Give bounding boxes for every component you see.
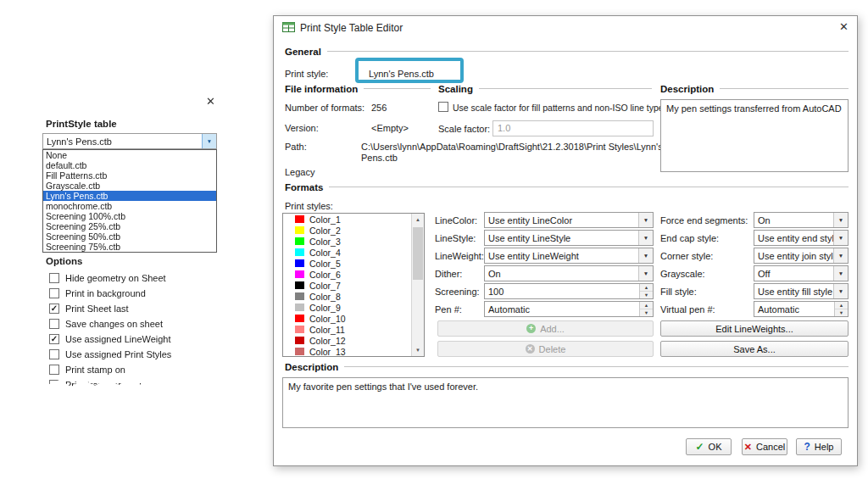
- section-file-information: File information: [285, 84, 431, 94]
- spin-up-icon[interactable]: ▲: [835, 302, 848, 309]
- add-button[interactable]: + Add...: [437, 320, 654, 337]
- checkbox-print-transparency[interactable]: [49, 380, 59, 390]
- chevron-down-icon[interactable]: ▼: [833, 266, 848, 281]
- printstyle-table-combobox-value: Lynn's Pens.ctb: [43, 134, 202, 148]
- checkbox-print-in-background[interactable]: [49, 288, 59, 298]
- dropdown-item-screening-25[interactable]: Screening 25%.ctb: [43, 221, 216, 231]
- spin-up-icon[interactable]: ▲: [640, 302, 653, 309]
- checkbox-label: Print stamp on: [65, 365, 125, 375]
- virtual-pen-number-stepper[interactable]: Automatic ▲▼: [754, 301, 849, 317]
- scroll-up-icon[interactable]: ▲: [412, 214, 424, 226]
- edit-lineweights-button[interactable]: Edit LineWeights...: [660, 320, 849, 337]
- dropdown-item-screening-75[interactable]: Screening 75%.ctb: [43, 242, 216, 252]
- delete-button[interactable]: ✕ Delete: [437, 341, 654, 357]
- dropdown-item-grayscale[interactable]: Grayscale.ctb: [43, 181, 216, 191]
- checkbox-hide-geometry-on-sheet[interactable]: [49, 273, 59, 283]
- checkbox-use-assigned-lineweight[interactable]: ✓: [49, 334, 59, 344]
- list-item-color[interactable]: Color_4: [283, 247, 424, 258]
- list-item-color[interactable]: Color_11: [283, 324, 424, 335]
- chevron-down-icon[interactable]: ▼: [638, 248, 653, 263]
- force-end-segments-label: Force end segments:: [660, 215, 748, 226]
- linestyle-combobox[interactable]: Use entity LineStyle▼: [484, 230, 654, 246]
- list-item-color[interactable]: Color_3: [283, 236, 424, 247]
- cancel-button[interactable]: ✕ Cancel: [742, 438, 787, 455]
- cancel-x-icon: ✕: [744, 442, 752, 453]
- list-item-color[interactable]: Color_13: [283, 346, 424, 357]
- description-bottom-textarea[interactable]: My favorite pen settings that I've used …: [282, 377, 849, 428]
- printstyle-table-heading: PrintStyle table: [46, 119, 117, 129]
- pen-number-stepper[interactable]: Automatic ▲▼: [484, 301, 654, 317]
- print-styles-label: Print styles:: [285, 201, 333, 211]
- checkbox-print-stamp-on[interactable]: [49, 365, 59, 375]
- version-label: Version:: [285, 123, 319, 133]
- scale-factor-input[interactable]: 1.0: [492, 120, 654, 136]
- list-item-color[interactable]: Color_6: [283, 269, 424, 280]
- list-item-color[interactable]: Color_12: [283, 335, 424, 346]
- close-icon[interactable]: ✕: [839, 20, 849, 33]
- lineweight-combobox[interactable]: Use entity LineWeight▼: [484, 248, 654, 264]
- scroll-down-icon[interactable]: ▼: [412, 344, 424, 356]
- list-item-color[interactable]: Color_9: [283, 302, 424, 313]
- list-item-color[interactable]: Color_1: [283, 214, 424, 225]
- legacy-label: Legacy: [285, 167, 314, 177]
- color-swatch: [295, 226, 304, 234]
- spin-down-icon[interactable]: ▼: [835, 309, 848, 316]
- chevron-down-icon[interactable]: ▼: [202, 134, 216, 148]
- description-top-textarea[interactable]: My pen settings transferred from AutoCAD: [660, 99, 849, 172]
- scrollbar-thumb[interactable]: [413, 227, 423, 280]
- linecolor-combobox[interactable]: Use entity LineColor▼: [484, 212, 654, 228]
- use-scale-factor-label: Use scale factor for fill patterns and n…: [453, 103, 668, 113]
- checkbox-print-sheet-last[interactable]: ✓: [49, 304, 59, 314]
- color-swatch: [295, 326, 304, 333]
- desktop: ✕ PrintStyle table Lynn's Pens.ctb ▼ Non…: [0, 0, 868, 479]
- checkbox-use-assigned-print-styles[interactable]: [49, 349, 59, 359]
- chevron-down-icon[interactable]: ▼: [638, 231, 653, 245]
- dropdown-item-default[interactable]: default.ctb: [43, 160, 216, 170]
- fill-style-combobox[interactable]: Use entity fill style▼: [754, 283, 849, 299]
- spin-up-icon[interactable]: ▲: [640, 284, 653, 291]
- chevron-down-icon[interactable]: ▼: [638, 266, 653, 281]
- chevron-down-icon[interactable]: ▼: [833, 248, 848, 263]
- close-icon[interactable]: ✕: [206, 95, 215, 108]
- list-item-color[interactable]: Color_2: [283, 225, 424, 236]
- printstyle-dropdown-list: None default.ctb Fill Patterns.ctb Grays…: [42, 149, 217, 253]
- divider: [720, 88, 849, 92]
- chevron-down-icon[interactable]: ▼: [833, 284, 848, 298]
- dropdown-item-lynns-pens[interactable]: Lynn's Pens.ctb: [43, 191, 216, 201]
- list-scrollbar[interactable]: ▲ ▼: [411, 214, 424, 356]
- chevron-down-icon[interactable]: ▼: [833, 231, 848, 245]
- checkbox-label: Hide geometry on Sheet: [65, 273, 166, 283]
- ok-button[interactable]: ✓ OK: [686, 438, 732, 455]
- screening-stepper[interactable]: 100 ▲▼: [484, 283, 654, 299]
- dither-label: Dither:: [435, 269, 462, 279]
- grayscale-combobox[interactable]: Off▼: [754, 265, 849, 281]
- force-end-segments-combobox[interactable]: On▼: [754, 212, 849, 228]
- divider: [327, 51, 849, 54]
- print-style-label: Print style:: [285, 69, 328, 79]
- printstyle-table-combobox[interactable]: Lynn's Pens.ctb ▼: [42, 133, 217, 149]
- corner-style-label: Corner style:: [660, 251, 713, 261]
- dither-combobox[interactable]: On▼: [484, 265, 654, 281]
- dropdown-item-screening-100[interactable]: Screening 100%.ctb: [43, 211, 216, 221]
- checkbox-use-scale-factor[interactable]: [438, 102, 448, 112]
- number-of-formats-label: Number of formats:: [285, 103, 364, 113]
- help-button[interactable]: ? Help: [796, 438, 842, 455]
- list-item-color[interactable]: Color_7: [283, 280, 424, 291]
- dropdown-item-screening-50[interactable]: Screening 50%.ctb: [43, 231, 216, 242]
- end-cap-style-combobox[interactable]: Use entity end style▼: [754, 230, 849, 246]
- corner-style-combobox[interactable]: Use entity join style▼: [754, 248, 849, 264]
- list-item-color[interactable]: Color_10: [283, 313, 424, 324]
- dropdown-item-fill-patterns[interactable]: Fill Patterns.ctb: [43, 170, 216, 181]
- section-description-bottom: Description: [285, 362, 849, 372]
- save-as-button[interactable]: Save As...: [660, 341, 849, 357]
- chevron-down-icon[interactable]: ▼: [833, 213, 848, 227]
- spin-down-icon[interactable]: ▼: [640, 309, 653, 316]
- checkbox-save-changes-on-sheet[interactable]: [49, 319, 59, 329]
- spin-down-icon[interactable]: ▼: [640, 291, 653, 298]
- chevron-down-icon[interactable]: ▼: [638, 213, 653, 227]
- list-item-color[interactable]: Color_5: [283, 258, 424, 269]
- dropdown-item-monochrome[interactable]: monochrome.ctb: [43, 201, 216, 211]
- linestyle-label: LineStyle:: [435, 233, 476, 243]
- dropdown-item-none[interactable]: None: [43, 150, 216, 160]
- list-item-color[interactable]: Color_8: [283, 291, 424, 302]
